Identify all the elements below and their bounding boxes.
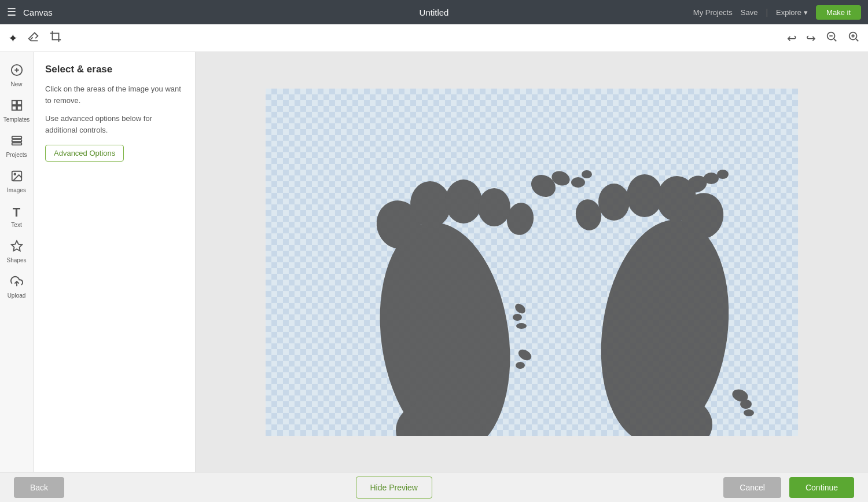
svg-point-43 xyxy=(598,184,630,221)
svg-rect-11 xyxy=(12,101,16,105)
zoom-in-button[interactable] xyxy=(847,30,860,46)
editing-toolbar: ✦ ↩ ↪ xyxy=(0,24,868,52)
menu-icon[interactable]: ☰ xyxy=(7,6,16,19)
svg-point-32 xyxy=(582,170,592,178)
plus-icon xyxy=(10,64,23,79)
upload-icon xyxy=(10,275,23,291)
magic-wand-tool[interactable]: ✦ xyxy=(8,31,18,45)
topbar: ☰ Canvas Untitled My Projects Save | Exp… xyxy=(0,0,868,24)
svg-rect-17 xyxy=(12,143,21,145)
topbar-divider: | xyxy=(766,8,768,17)
crop-tool[interactable] xyxy=(49,30,62,46)
main-area: New Templates Projects xyxy=(0,52,868,472)
svg-marker-20 xyxy=(11,241,21,251)
svg-line-3 xyxy=(834,39,836,41)
svg-point-33 xyxy=(513,302,527,316)
sidebar-item-images[interactable]: Images xyxy=(0,164,33,199)
svg-point-49 xyxy=(740,400,752,409)
eraser-tool[interactable] xyxy=(27,30,40,46)
sidebar-item-new[interactable]: New xyxy=(0,58,33,93)
explore-menu[interactable]: Explore ▾ xyxy=(776,8,808,17)
advanced-options-button[interactable]: Advanced Options xyxy=(45,145,124,162)
save-link[interactable]: Save xyxy=(741,8,758,17)
svg-rect-12 xyxy=(17,101,21,105)
select-erase-panel: Select & erase Click on the areas of the… xyxy=(34,52,196,472)
document-title: Untitled xyxy=(420,8,449,17)
projects-icon xyxy=(10,134,23,150)
sidebar-item-shapes[interactable]: Shapes xyxy=(0,234,33,269)
sidebar-label-upload: Upload xyxy=(8,292,26,299)
svg-point-47 xyxy=(717,170,729,179)
svg-rect-0 xyxy=(53,34,59,40)
sidebar-item-projects[interactable]: Projects xyxy=(0,129,33,164)
svg-rect-16 xyxy=(12,140,21,142)
svg-line-7 xyxy=(856,39,858,41)
sidebar-item-text[interactable]: T Text xyxy=(0,199,33,234)
hide-preview-button[interactable]: Hide Preview xyxy=(356,477,432,499)
svg-point-19 xyxy=(14,173,16,175)
svg-point-31 xyxy=(571,177,585,188)
svg-point-50 xyxy=(744,409,754,416)
svg-point-34 xyxy=(513,314,522,321)
left-sidebar: New Templates Projects xyxy=(0,52,34,472)
svg-rect-13 xyxy=(12,106,16,110)
sidebar-label-new: New xyxy=(10,81,22,87)
app-logo: Canvas xyxy=(23,8,53,17)
panel-desc1: Click on the areas of the image you want… xyxy=(45,83,183,106)
svg-point-37 xyxy=(516,362,525,369)
panel-desc2: Use advanced options below for additiona… xyxy=(45,113,183,135)
svg-point-26 xyxy=(445,179,482,223)
svg-rect-14 xyxy=(17,106,21,110)
sidebar-item-upload[interactable]: Upload xyxy=(0,269,33,305)
text-icon: T xyxy=(13,205,20,220)
footprint-image xyxy=(266,89,798,436)
sidebar-label-shapes: Shapes xyxy=(7,257,27,263)
topbar-right: My Projects Save | Explore ▾ Make it xyxy=(693,5,861,20)
svg-point-46 xyxy=(704,173,719,184)
svg-rect-15 xyxy=(12,137,21,139)
svg-point-27 xyxy=(478,188,510,226)
panel-title: Select & erase xyxy=(45,64,183,75)
redo-button[interactable]: ↪ xyxy=(806,31,816,45)
bottom-right-buttons: Cancel Continue xyxy=(723,477,854,498)
canvas-area[interactable] xyxy=(196,52,868,472)
images-icon xyxy=(10,170,23,185)
zoom-out-button[interactable] xyxy=(825,30,838,46)
sidebar-label-images: Images xyxy=(7,187,26,193)
continue-button[interactable]: Continue xyxy=(789,477,854,498)
canvas-image xyxy=(266,89,798,436)
sidebar-label-templates: Templates xyxy=(3,116,30,123)
my-projects-link[interactable]: My Projects xyxy=(693,8,733,17)
sidebar-label-text: Text xyxy=(11,222,21,228)
back-button[interactable]: Back xyxy=(14,477,64,498)
bottombar: Back Hide Preview Cancel Continue xyxy=(0,472,868,502)
shapes-icon xyxy=(10,240,23,255)
sidebar-label-projects: Projects xyxy=(6,152,27,158)
svg-point-36 xyxy=(517,347,534,362)
sidebar-item-templates[interactable]: Templates xyxy=(0,93,33,129)
undo-button[interactable]: ↩ xyxy=(787,31,797,45)
templates-icon xyxy=(10,99,23,115)
svg-point-42 xyxy=(627,174,663,217)
make-it-button[interactable]: Make it xyxy=(816,5,861,20)
cancel-button[interactable]: Cancel xyxy=(723,477,781,498)
toolbar-right-actions: ↩ ↪ xyxy=(787,30,860,46)
svg-point-35 xyxy=(516,323,527,329)
